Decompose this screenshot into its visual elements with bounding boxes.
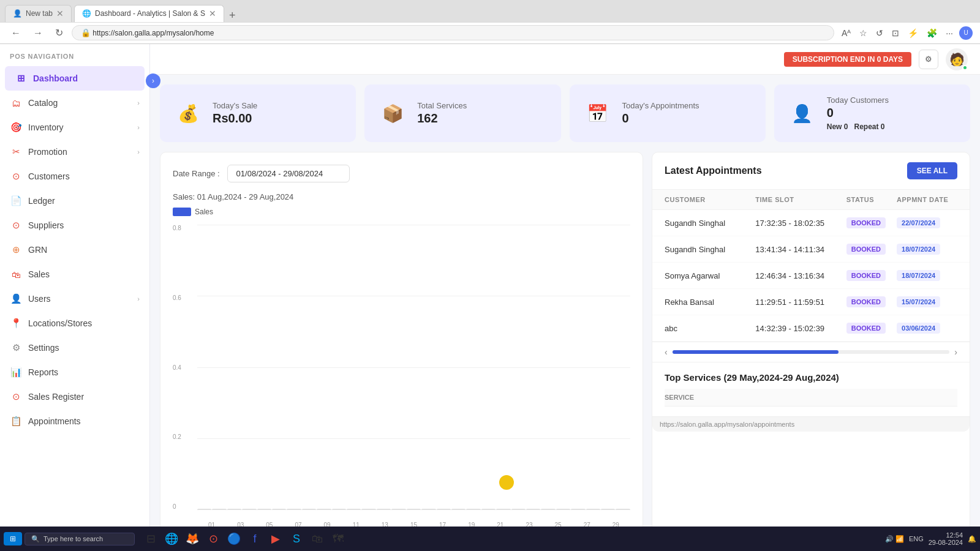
appointments-panel: Latest Appointments SEE ALL CUSTOMER TIM… — [652, 152, 970, 541]
catalog-icon: 🗂 — [10, 97, 22, 109]
date-range-input[interactable] — [227, 165, 350, 182]
taskbar-app-youtube[interactable]: ▶ — [266, 529, 285, 549]
repeat-value: 0 — [881, 122, 885, 131]
reading-mode-icon[interactable]: Aᴬ — [839, 27, 853, 39]
taskbar-app-task-view[interactable]: ⊟ — [141, 529, 160, 549]
new-tab-button[interactable]: + — [229, 9, 236, 22]
col-appmnt-date: APPMNT DATE — [897, 196, 957, 203]
chart-bar-19 — [481, 509, 496, 510]
cell-customer-3: Rekha Bansal — [665, 298, 755, 307]
favorites-icon[interactable]: ⚡ — [905, 27, 921, 39]
sidebar-item-appointments[interactable]: 📋 Appointments — [0, 409, 149, 433]
tab-close-button[interactable]: ✕ — [56, 9, 64, 18]
chart-bar-23 — [541, 509, 555, 510]
sales-register-icon: ⊙ — [10, 391, 22, 403]
scroll-right-arrow[interactable]: › — [954, 347, 957, 357]
tab-dashboard[interactable]: 🌐 Dashboard - Analytics | Salon & S ✕ — [74, 5, 224, 22]
bookmark-icon[interactable]: ☆ — [857, 27, 870, 39]
tab-new-tab[interactable]: 👤 New tab ✕ — [5, 5, 72, 22]
sidebar-label-users: Users — [28, 294, 51, 304]
sale-icon: 💰 — [172, 97, 204, 129]
top-header: SUBSCRIPTION END IN 0 DAYS ⚙ 🧑 — [150, 44, 980, 75]
chart-bar-2 — [227, 509, 241, 510]
chart-bar-4 — [257, 509, 271, 510]
tab-active-close-button[interactable]: ✕ — [209, 9, 216, 18]
chart-bar-27 — [601, 509, 615, 510]
locations-icon: 📍 — [10, 317, 22, 329]
header-settings-button[interactable]: ⚙ — [919, 50, 938, 69]
chart-y-labels: 0.8 0.6 0.4 0.2 0 — [173, 225, 181, 510]
sidebar-item-inventory[interactable]: 🎯 Inventory › — [0, 115, 149, 140]
extensions-icon[interactable]: 🧩 — [924, 27, 940, 39]
sidebar-item-locations-stores[interactable]: 📍 Locations/Stores — [0, 311, 149, 335]
catalog-chevron-icon: › — [137, 99, 140, 107]
refresh-icon[interactable]: ↺ — [873, 27, 886, 39]
sidebar-item-ledger[interactable]: 📄 Ledger — [0, 189, 149, 213]
sidebar-item-settings[interactable]: ⚙ Settings — [0, 335, 149, 360]
stat-label-sale: Today's Sale — [213, 101, 257, 110]
stat-card-todays-sale: 💰 Today's Sale Rs0.00 — [160, 84, 356, 142]
sidebar-item-suppliers[interactable]: ⊙ Suppliers — [0, 213, 149, 238]
taskbar-app-chrome[interactable]: 🔵 — [224, 529, 244, 549]
taskbar-date-value: 29-08-2024 — [929, 539, 963, 546]
taskbar-app-store[interactable]: 🛍 — [307, 529, 327, 549]
stat-value-appointments: 0 — [622, 111, 699, 126]
sidebar-item-users[interactable]: 👤 Users › — [0, 287, 149, 311]
back-button[interactable]: ← — [7, 26, 24, 40]
chart-bar-8 — [317, 509, 331, 510]
sidebar-item-promotion[interactable]: ✂ Promotion › — [0, 140, 149, 164]
date-range-row: Date Range : — [173, 165, 630, 182]
sidebar-item-reports[interactable]: 📊 Reports — [0, 360, 149, 384]
taskbar-lang: ENG — [909, 535, 924, 542]
reload-button[interactable]: ↻ — [51, 26, 67, 40]
more-icon[interactable]: ··· — [943, 27, 956, 39]
ledger-icon: 📄 — [10, 195, 22, 207]
sidebar-item-customers[interactable]: ⊙ Customers — [0, 164, 149, 189]
chart-bar-14 — [407, 509, 421, 510]
split-view-icon[interactable]: ⊡ — [889, 27, 902, 39]
scroll-track[interactable] — [673, 350, 950, 354]
user-avatar[interactable]: 🧑 — [946, 48, 968, 70]
chart-bar-20 — [496, 509, 510, 510]
sidebar-item-grn[interactable]: ⊕ GRN — [0, 238, 149, 262]
chart-bar-18 — [466, 509, 480, 510]
search-icon: 🔍 — [31, 535, 40, 543]
chart-panel: Date Range : Sales: 01 Aug,2024 - 29 Aug… — [160, 152, 643, 541]
tab-icon: 👤 — [13, 9, 22, 18]
tab-active-label: Dashboard - Analytics | Salon & S — [95, 9, 205, 18]
forward-button[interactable]: → — [29, 26, 47, 40]
taskbar-search[interactable]: 🔍 Type here to search — [24, 533, 135, 545]
taskbar-app-edge[interactable]: 🌐 — [162, 529, 181, 549]
customers-stat-icon: 👤 — [786, 97, 818, 129]
taskbar: ⊞ 🔍 Type here to search ⊟ 🌐 🦊 ⊙ 🔵 f ▶ S … — [0, 527, 980, 551]
chart-bar-28 — [616, 509, 630, 510]
url-bar[interactable]: 🔒 https://salon.galla.app/mysalon/home — [72, 25, 834, 40]
sidebar-item-sales-register[interactable]: ⊙ Sales Register — [0, 384, 149, 409]
new-label: New — [827, 122, 842, 131]
browser-user-avatar[interactable]: U — [959, 26, 973, 40]
taskbar-app-red[interactable]: ⊙ — [203, 529, 223, 549]
sidebar-item-sales[interactable]: 🛍 Sales — [0, 262, 149, 287]
taskbar-datetime: 12:54 29-08-2024 — [929, 531, 963, 546]
sidebar-item-catalog[interactable]: 🗂 Catalog › — [0, 91, 149, 115]
cell-status-4: BOOKED — [846, 323, 897, 334]
see-all-button[interactable]: SEE ALL — [907, 162, 957, 179]
sidebar-item-dashboard[interactable]: ⊞ Dashboard — [5, 66, 145, 91]
inventory-chevron-icon: › — [137, 124, 140, 131]
sidebar-label-locations: Locations/Stores — [28, 318, 92, 328]
stat-value-services: 162 — [417, 111, 467, 126]
sidebar-label-sales: Sales — [28, 269, 50, 279]
taskbar-app-maps[interactable]: 🗺 — [328, 529, 348, 549]
start-button[interactable]: ⊞ — [4, 532, 22, 545]
scroll-left-arrow[interactable]: ‹ — [665, 347, 668, 357]
taskbar-app-skype[interactable]: S — [287, 529, 306, 549]
y-label-0: 0.8 — [173, 225, 181, 231]
taskbar-app-firefox[interactable]: 🦊 — [183, 529, 202, 549]
taskbar-notification-icon[interactable]: 🔔 — [968, 535, 976, 543]
suppliers-icon: ⊙ — [10, 219, 22, 231]
taskbar-app-facebook[interactable]: f — [245, 529, 265, 549]
users-icon: 👤 — [10, 293, 22, 305]
sidebar: POS NAVIGATION ⊞ Dashboard 🗂 Catalog › 🎯… — [0, 44, 150, 551]
stat-label-appointments: Today's Appointments — [622, 101, 699, 110]
table-header: CUSTOMER TIME SLOT STATUS APPMNT DATE — [652, 190, 970, 210]
